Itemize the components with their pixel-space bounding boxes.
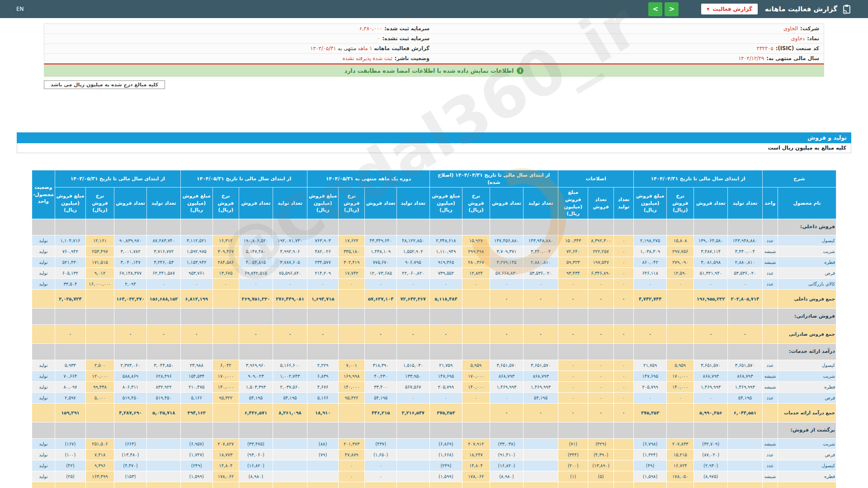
value-cell: [307, 343, 339, 360]
value-cell: (۸,۹۸۰): [490, 471, 524, 482]
value-cell: ۰: [180, 278, 212, 289]
value-cell: ۰: [490, 278, 524, 289]
table-amounts-note: کلیه مبالغ به میلیون ریال است: [17, 143, 851, 153]
value-cell: ۲,۸۸۰,۸۱۰: [524, 257, 558, 267]
value-cell: [588, 219, 613, 235]
nav-forward-button[interactable]: >: [665, 2, 679, 16]
value-cell: [338, 343, 364, 360]
value-cell: (۸,۹۷۵): [694, 471, 728, 482]
table-row: شربتشیشه۸۶۸,۷۹۳۸۶۸,۷۹۳۱۷۰,۰۰۰۱۴۷,۶۹۵۰۰۰۸…: [32, 371, 836, 381]
value-cell: ۵۱,۳۲۱,۹۴۰: [694, 267, 728, 278]
value-cell: [147, 438, 181, 449]
info-value-part: منتهی به: [338, 45, 358, 52]
value-cell: (۴۳۷): [365, 438, 397, 449]
product-name-cell: کپسول: [778, 460, 836, 471]
report-type-dropdown[interactable]: گزارش فعالیت ▼: [701, 4, 758, 14]
value-cell: ۷۷۵,۶۷۰: [365, 257, 397, 267]
value-cell: [180, 308, 212, 324]
value-cell: ۲۰۷,۸۳۳: [666, 438, 694, 449]
value-cell: ۶۷,۱۴۸,۳۷۷: [114, 267, 147, 278]
value-cell: ۲۷۶,۴۴۹,۰۸۱: [273, 289, 307, 308]
value-cell: ۰: [212, 278, 239, 289]
value-cell: ۰: [524, 278, 558, 289]
value-cell: ۳,۴۴۰,۰۰۴: [728, 246, 763, 257]
unit-cell: [762, 324, 778, 343]
value-cell: ۰: [338, 278, 364, 289]
value-cell: [558, 422, 588, 438]
value-cell: (۶۶۴): [114, 438, 147, 449]
info-cell: وضعیت ناشر:ثبت شده پذیرفته نشده: [44, 54, 434, 63]
value-cell: ۱,۵۱۵,۰۳۰: [396, 360, 429, 371]
value-cell: [558, 219, 588, 235]
value-cell: (۱۵۳): [114, 471, 147, 482]
value-cell: ۱۶,۷۲۴: [666, 460, 694, 471]
info-cell: شرکت:الحاوی: [434, 24, 824, 33]
value-cell: [396, 460, 429, 471]
column-header: تعداد تولید: [396, 188, 429, 219]
value-cell: ۱۴۳,۹۴۸,۸۸۰: [524, 235, 558, 246]
value-cell: ۰: [613, 246, 633, 257]
value-cell: ۱,۱۱۰,۹۴۹: [429, 246, 462, 257]
value-cell: ۱,۱۰۴,۷۱۶: [55, 235, 86, 246]
value-cell: ۲۰۵,۷۹۹: [634, 381, 667, 392]
info-value-link[interactable]: الحاوی: [783, 25, 798, 32]
value-cell: ۰: [558, 360, 588, 371]
value-cell: ۲۹۹,۴۹۸: [462, 246, 490, 257]
value-cell: ۶,۰۴۲: [212, 360, 239, 371]
value-cell: ۸,۳۹۲,۳۰۰: [588, 235, 613, 246]
value-cell: [462, 308, 490, 324]
value-cell: ۹۳,۴۳۴: [558, 267, 588, 278]
value-cell: [524, 460, 558, 471]
value-cell: ۳,۰۴۰,۱۴۷: [114, 257, 147, 267]
status-cell: تولید: [32, 235, 55, 246]
value-cell: [338, 308, 364, 324]
status-cell: تولید: [32, 449, 55, 460]
value-cell: ۵,۰۰۰: [86, 392, 114, 403]
nav-back-button[interactable]: <: [648, 2, 662, 16]
value-cell: ۵,۱۴۷,۴۸۰: [239, 246, 273, 257]
value-cell: [396, 438, 429, 449]
value-cell: ۰: [180, 324, 212, 343]
value-cell: ۱۴۰,۰۰۰: [212, 381, 239, 392]
value-cell: ۰: [307, 278, 339, 289]
value-cell: ۳۹۴,۱۶۳: [180, 403, 212, 422]
table-row: فروش صادراتی:: [32, 308, 836, 324]
column-header: تعداد فروش: [239, 188, 273, 219]
value-cell: [86, 403, 114, 422]
value-cell: ۲,۲۱۶,۵۴۷: [396, 403, 429, 422]
status-cell: تولید: [32, 438, 55, 449]
info-cell: کد صنعت (ISIC):۴۳۲۲۰۵: [434, 44, 824, 53]
value-cell: ۱,۴۶۹,۹۹۳: [694, 381, 728, 392]
language-toggle[interactable]: EN: [16, 6, 24, 12]
value-cell: ۴۸۲,۰۲۶: [307, 246, 339, 257]
value-cell: ۷۶۰,۹۴۲: [55, 246, 86, 257]
value-cell: ۶,۳۴۶,۸۹۰: [588, 267, 613, 278]
value-cell: [273, 308, 307, 324]
info-label: گزارش فعالیت ماهانه: [374, 45, 429, 52]
value-cell: (۱۳,۸۹۰): [588, 460, 613, 471]
value-cell: ۶,۸۳۹: [307, 371, 339, 381]
value-cell: [212, 422, 239, 438]
value-cell: ۸۶۸,۷۹۳: [490, 371, 524, 381]
value-cell: ۵,۹۵۹: [666, 360, 694, 371]
value-cell: [273, 471, 307, 482]
unit-cell: شیشه: [762, 246, 778, 257]
unit-cell: عدد: [762, 235, 778, 246]
value-cell: ۰: [396, 324, 429, 343]
value-cell: ۰: [666, 278, 694, 289]
value-cell: ۱۵۹,۲۹۱: [55, 403, 86, 422]
value-cell: ۵۱۹,۴۵۰: [114, 392, 147, 403]
value-cell: [524, 219, 558, 235]
status-cell: تولید: [32, 246, 55, 257]
value-cell: ۰: [558, 392, 588, 403]
value-cell: (۱۶۷): [307, 482, 339, 488]
info-value-link[interactable]: دحاوی: [791, 35, 805, 42]
table-row: قطرهشیشه۲,۸۸۰,۸۱۰۳,۰۸۱,۵۹۸۲۷۹,۰۹۰۸۶۰,۰۴۲…: [32, 257, 836, 267]
value-cell: ۸۰۶,۳۱۱: [114, 381, 147, 392]
info-row: شرکت:الحاویسرمایه ثبت شده:۶,۴۸۰,۰۰۰: [44, 24, 824, 34]
value-cell: ۷۵,۵۹۶,۸۴۰: [273, 267, 307, 278]
production-sales-table: شرحاز ابتدای سال مالی تا تاریخ ۱۴۰۴/۰۴/۳…: [32, 170, 836, 488]
unit-cell: [762, 403, 778, 422]
value-cell: ۵۴,۱۹۵: [365, 392, 397, 403]
column-group-header: شرح: [762, 170, 836, 188]
